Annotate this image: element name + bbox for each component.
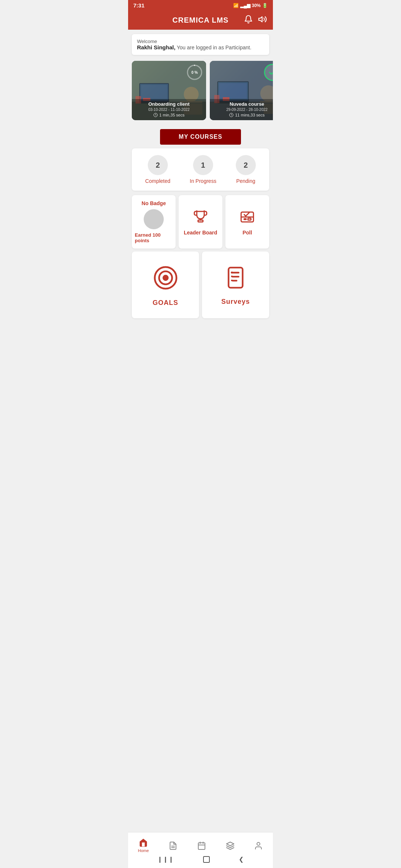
signal-icon: ▂▄▆ [240, 3, 250, 8]
header-actions [244, 15, 267, 26]
svg-rect-4 [141, 85, 167, 99]
stat-completed[interactable]: 2 Completed [145, 155, 170, 184]
course-title-1: Onboarding client [136, 101, 202, 107]
completed-count: 2 [148, 155, 168, 175]
course-card-2[interactable]: Nuveda course 29-09-2022 - 28-10-2022 11… [210, 61, 273, 120]
notification-bell-icon[interactable] [244, 15, 253, 26]
poll-icon [240, 210, 255, 227]
svg-rect-35 [229, 267, 243, 287]
svg-text:0 %: 0 % [191, 70, 198, 75]
course-progress-1: 0 % [186, 64, 203, 81]
app-header: CREMICA LMS [128, 11, 273, 30]
feature-grid-bottom: GOALS Surveys [132, 251, 269, 318]
svg-rect-27 [198, 220, 203, 222]
in-progress-label: In Progress [190, 178, 216, 184]
goals-label: GOALS [153, 299, 178, 307]
welcome-user: Rakhi Singhal, You are logged in as Part… [137, 44, 264, 50]
my-courses-section: MY COURSES [132, 129, 269, 145]
poll-card[interactable]: Poll [225, 195, 269, 249]
pending-count: 2 [236, 155, 256, 175]
battery-level: 30% [252, 3, 261, 8]
svg-rect-39 [231, 272, 232, 273]
leader-board-card[interactable]: Leader Board [179, 195, 222, 249]
stat-in-progress[interactable]: 1 In Progress [190, 155, 216, 184]
badge-title: No Badge [141, 200, 166, 206]
courses-scroll[interactable]: 0 % Onboarding client 03-10-2022 - 11-10… [128, 59, 273, 124]
svg-rect-18 [219, 83, 247, 99]
in-progress-count: 1 [193, 155, 213, 175]
course-info-1: Onboarding client 03-10-2022 - 11-10-202… [132, 99, 206, 120]
course-title-2: Nuveda course [213, 101, 273, 107]
wifi-icon: 📶 [233, 3, 239, 8]
leader-board-label: Leader Board [184, 230, 217, 236]
svg-marker-0 [259, 17, 262, 22]
svg-rect-30 [244, 218, 247, 220]
badge-circle-icon [144, 209, 164, 229]
poll-label: Poll [242, 230, 252, 236]
surveys-icon [224, 266, 248, 293]
course-time-1: 1 min,35 secs [136, 113, 202, 117]
svg-rect-41 [231, 280, 232, 281]
course-time-2: 11 mins,33 secs [213, 113, 273, 117]
trophy-icon [193, 210, 208, 227]
battery-icon: 🔋 [262, 3, 268, 8]
goals-icon [153, 265, 179, 295]
completed-label: Completed [145, 178, 170, 184]
status-icons: 📶 ▂▄▆ 30% 🔋 [233, 3, 268, 8]
course-stats: 2 Completed 1 In Progress 2 Pending [132, 148, 269, 191]
my-courses-button[interactable]: MY COURSES [160, 129, 241, 145]
goals-card[interactable]: GOALS [132, 251, 199, 318]
pending-label: Pending [236, 178, 255, 184]
stat-pending[interactable]: 2 Pending [236, 155, 256, 184]
app-title: CREMICA LMS [172, 16, 228, 24]
surveys-label: Surveys [221, 298, 250, 306]
svg-rect-31 [248, 218, 251, 220]
status-time: 7:31 [133, 2, 144, 9]
megaphone-icon[interactable] [258, 15, 267, 26]
welcome-label: Welcome [137, 39, 264, 44]
svg-point-34 [163, 276, 168, 280]
feature-grid-top: No Badge Earned 100 points Leader Board [132, 195, 269, 249]
course-card-1[interactable]: 0 % Onboarding client 03-10-2022 - 11-10… [132, 61, 206, 120]
badge-card[interactable]: No Badge Earned 100 points [132, 195, 176, 249]
course-dates-1: 03-10-2022 - 11-10-2022 [136, 108, 202, 112]
course-info-2: Nuveda course 29-09-2022 - 28-10-2022 11… [210, 99, 273, 120]
badge-points: Earned 100 points [135, 232, 173, 243]
course-dates-2: 29-09-2022 - 28-10-2022 [213, 108, 273, 112]
user-role: You are logged in as Participant. [175, 45, 251, 50]
welcome-card: Welcome Rakhi Singhal, You are logged in… [132, 34, 269, 55]
user-name: Rakhi Singhal, [137, 44, 175, 50]
surveys-card[interactable]: Surveys [202, 251, 269, 318]
status-bar: 7:31 📶 ▂▄▆ 30% 🔋 [128, 0, 273, 11]
svg-rect-40 [231, 276, 232, 277]
